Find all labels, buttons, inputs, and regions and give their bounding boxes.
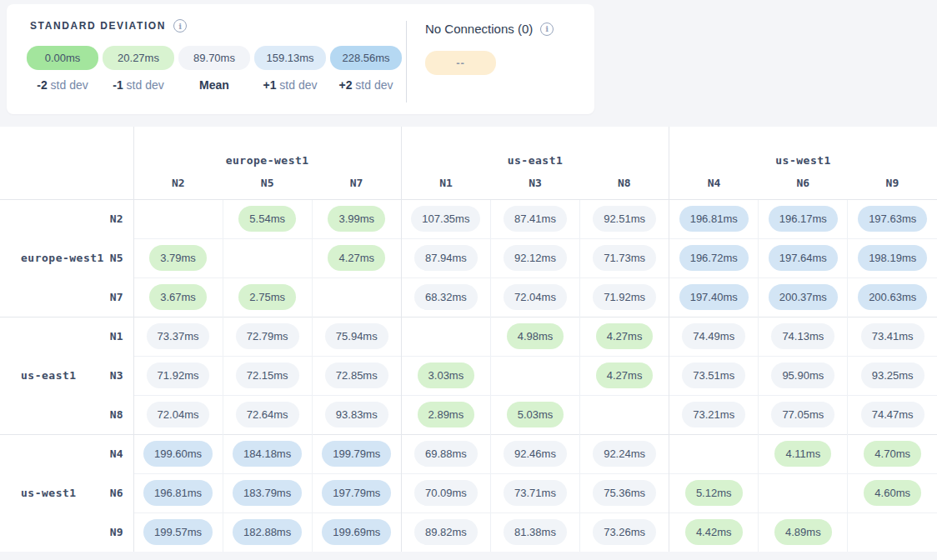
latency-pill[interactable]: 92.51ms <box>593 206 656 232</box>
latency-pill[interactable]: 72.15ms <box>236 362 299 388</box>
latency-pill[interactable]: 3.67ms <box>149 284 207 310</box>
latency-pill[interactable]: 92.46ms <box>504 441 567 467</box>
latency-pill[interactable]: 70.09ms <box>414 480 478 506</box>
latency-pill[interactable]: 4.42ms <box>685 519 743 545</box>
latency-pill[interactable]: 196.17ms <box>769 206 838 232</box>
latency-pill[interactable]: 3.79ms <box>149 245 207 271</box>
latency-pill[interactable]: 199.60ms <box>143 441 213 467</box>
latency-pill[interactable]: 5.54ms <box>238 206 296 232</box>
latency-pill[interactable]: 197.40ms <box>679 284 749 310</box>
latency-pill[interactable]: 74.49ms <box>682 323 745 349</box>
latency-pill[interactable]: 199.57ms <box>143 519 213 545</box>
latency-pill[interactable]: 200.37ms <box>769 284 838 310</box>
latency-cell-self <box>848 512 937 552</box>
latency-pill[interactable]: 95.90ms <box>771 362 834 388</box>
latency-pill[interactable]: 4.98ms <box>507 323 564 349</box>
latency-cell-self <box>312 278 401 317</box>
latency-pill[interactable]: 72.64ms <box>236 402 299 428</box>
latency-cell: 3.67ms <box>133 278 223 317</box>
latency-pill[interactable]: 73.71ms <box>504 480 567 506</box>
latency-pill[interactable]: 93.25ms <box>861 362 924 388</box>
row-node-label: N8 <box>110 408 133 421</box>
latency-pill[interactable]: 5.03ms <box>507 402 564 428</box>
latency-pill[interactable]: 72.79ms <box>236 323 299 349</box>
latency-pill[interactable]: 2.89ms <box>418 402 475 428</box>
latency-cell-self <box>133 199 223 238</box>
latency-pill[interactable]: 198.19ms <box>858 245 927 271</box>
latency-pill[interactable]: 196.81ms <box>143 480 213 506</box>
legend-label-2: Mean <box>178 78 250 92</box>
latency-pill[interactable]: 72.85ms <box>325 362 388 388</box>
latency-pill[interactable]: 87.94ms <box>414 245 478 271</box>
latency-pill[interactable]: 73.26ms <box>593 519 656 545</box>
column-header-N4: N4 <box>669 167 759 199</box>
latency-pill[interactable]: 73.51ms <box>682 362 745 388</box>
latency-pill[interactable]: 4.27ms <box>328 245 385 271</box>
latency-pill[interactable]: 73.41ms <box>861 323 924 349</box>
latency-pill[interactable]: 68.32ms <box>414 284 478 310</box>
latency-pill[interactable]: 2.75ms <box>238 284 296 310</box>
latency-cell: 72.04ms <box>490 278 579 317</box>
latency-pill[interactable]: 4.27ms <box>596 362 654 388</box>
legend-pill-0: 0.00ms <box>27 46 98 70</box>
latency-pill[interactable]: 73.37ms <box>147 323 210 349</box>
latency-pill[interactable]: 71.92ms <box>593 284 656 310</box>
latency-pill[interactable]: 183.79ms <box>233 480 302 506</box>
latency-pill[interactable]: 4.89ms <box>774 519 832 545</box>
latency-pill[interactable]: 3.03ms <box>418 362 475 388</box>
latency-cell: 73.21ms <box>669 395 759 434</box>
latency-pill[interactable]: 74.47ms <box>861 402 924 428</box>
latency-pill[interactable]: 196.81ms <box>679 206 749 232</box>
latency-pill[interactable]: 107.35ms <box>411 206 480 232</box>
latency-pill[interactable]: 87.41ms <box>504 206 567 232</box>
latency-pill[interactable]: 73.21ms <box>682 402 745 428</box>
latency-pill[interactable]: 75.36ms <box>593 480 656 506</box>
latency-cell: 197.64ms <box>759 238 848 278</box>
latency-pill[interactable]: 71.92ms <box>147 362 210 388</box>
latency-pill[interactable]: 182.88ms <box>233 519 302 545</box>
latency-pill[interactable]: 197.64ms <box>769 245 838 271</box>
latency-pill[interactable]: 92.12ms <box>504 245 567 271</box>
latency-pill[interactable]: 200.63ms <box>858 284 927 310</box>
latency-pill[interactable]: 197.79ms <box>322 480 391 506</box>
latency-pill[interactable]: 4.27ms <box>596 323 654 349</box>
latency-pill[interactable]: 72.04ms <box>147 402 210 428</box>
latency-pill[interactable]: 74.13ms <box>771 323 834 349</box>
latency-pill[interactable]: 4.60ms <box>864 480 921 506</box>
latency-pill[interactable]: 71.73ms <box>593 245 656 271</box>
std-dev-title: STANDARD DEVIATION <box>30 20 166 32</box>
row-node-label: N6 <box>110 487 133 499</box>
latency-pill[interactable]: 93.83ms <box>325 402 388 428</box>
legend-label-4: +2 std dev <box>330 78 402 92</box>
latency-pill[interactable]: 3.99ms <box>328 206 385 232</box>
latency-pill[interactable]: 4.70ms <box>864 441 921 467</box>
latency-pill[interactable]: 5.12ms <box>685 480 743 506</box>
latency-cell: 73.26ms <box>580 512 669 552</box>
latency-pill[interactable]: 197.63ms <box>858 206 927 232</box>
latency-pill[interactable]: 72.04ms <box>504 284 567 310</box>
latency-pill[interactable]: 199.79ms <box>322 441 391 467</box>
latency-pill[interactable]: 4.11ms <box>774 441 831 467</box>
matrix-row-N2: N25.54ms3.99ms107.35ms87.41ms92.51ms196.… <box>0 199 937 238</box>
info-icon[interactable]: i <box>173 19 187 32</box>
info-icon[interactable]: i <box>540 22 554 36</box>
row-node-label: N1 <box>110 330 133 342</box>
latency-pill[interactable]: 184.18ms <box>233 441 302 467</box>
latency-pill[interactable]: 89.82ms <box>414 519 478 545</box>
latency-cell: 200.63ms <box>848 278 937 317</box>
latency-pill[interactable]: 69.88ms <box>414 441 478 467</box>
legend-pill-3: 159.13ms <box>254 46 326 70</box>
latency-pill[interactable]: 92.24ms <box>593 441 656 467</box>
latency-cell: 72.64ms <box>223 395 312 434</box>
row-node-label: N5 <box>110 252 133 264</box>
latency-pill[interactable]: 199.69ms <box>322 519 391 545</box>
latency-pill[interactable]: 77.05ms <box>771 402 834 428</box>
row-node-label: N9 <box>110 526 133 538</box>
latency-pill[interactable]: 81.38ms <box>504 519 567 545</box>
latency-pill[interactable]: 196.72ms <box>679 245 749 271</box>
latency-cell: 73.51ms <box>669 356 759 395</box>
latency-cell: 75.94ms <box>312 317 401 356</box>
latency-cell: 77.05ms <box>759 395 848 434</box>
latency-pill[interactable]: 75.94ms <box>325 323 388 349</box>
latency-cell: 182.88ms <box>223 512 312 552</box>
